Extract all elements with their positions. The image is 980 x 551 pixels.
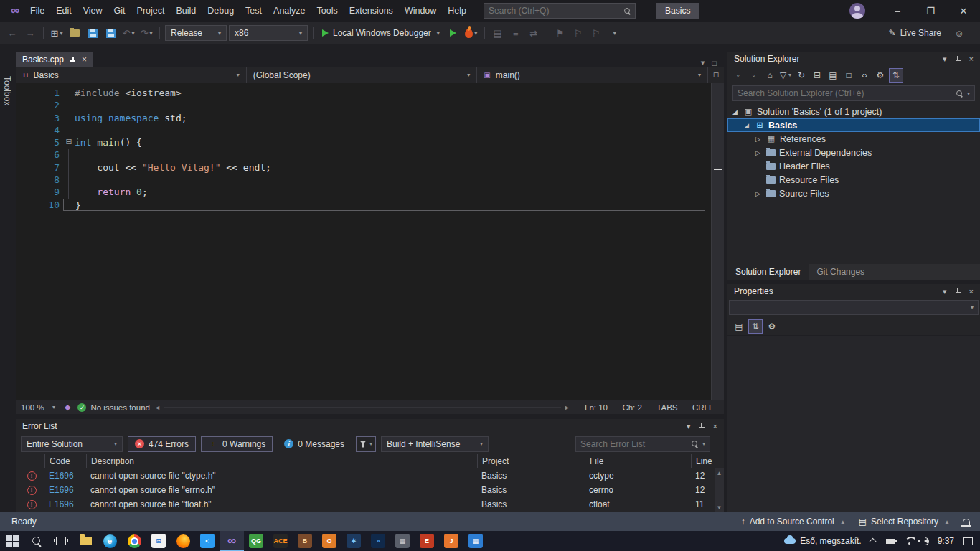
undo-button[interactable]: ↶▾ bbox=[121, 25, 136, 41]
app-ace-icon[interactable]: ACE bbox=[268, 531, 293, 551]
menu-help[interactable]: Help bbox=[442, 3, 472, 19]
project-column-header[interactable]: Project bbox=[477, 454, 585, 468]
active-files-dropdown-icon[interactable]: ▾ bbox=[701, 58, 705, 67]
clock[interactable]: 9:37 bbox=[938, 536, 954, 546]
bookmark-prev-icon[interactable]: ⚐ bbox=[570, 25, 586, 41]
search-input[interactable] bbox=[489, 6, 624, 16]
line-number[interactable]: 3 bbox=[16, 112, 63, 124]
expanded-arrow-icon[interactable]: ◢ bbox=[742, 122, 751, 129]
forward-icon[interactable]: ◦ bbox=[747, 68, 761, 83]
close-button[interactable]: ✕ bbox=[947, 0, 980, 22]
save-all-button[interactable] bbox=[103, 25, 118, 41]
app-qg-icon[interactable]: QG bbox=[244, 531, 268, 551]
menu-extensions[interactable]: Extensions bbox=[344, 3, 399, 19]
scroll-down-icon[interactable]: ▼ bbox=[717, 504, 722, 511]
editor-vertical-scrollbar[interactable] bbox=[711, 83, 724, 400]
menu-file[interactable]: File bbox=[24, 3, 50, 19]
app-e-icon[interactable]: E bbox=[415, 531, 439, 551]
line-number[interactable]: 10 bbox=[16, 199, 63, 211]
collapse-all-icon[interactable]: ⊟ bbox=[810, 68, 824, 83]
tree-item-basics[interactable]: ◢⊞Basics bbox=[727, 118, 980, 132]
wrench-icon[interactable]: ⚙ bbox=[873, 68, 887, 83]
store-icon[interactable]: ⊞ bbox=[146, 531, 171, 551]
code-line[interactable]: 5⊟int main() { bbox=[16, 136, 724, 149]
code-line[interactable]: 9 return 0; bbox=[16, 186, 724, 198]
collapsed-arrow-icon[interactable]: ▷ bbox=[753, 149, 763, 156]
step-icons[interactable]: ⇄ bbox=[526, 25, 542, 41]
redo-button[interactable]: ↷▾ bbox=[138, 25, 154, 41]
network-icon[interactable] bbox=[905, 537, 915, 545]
save-button[interactable] bbox=[85, 25, 100, 41]
tab-solution-explorer[interactable]: Solution Explorer bbox=[727, 264, 809, 280]
account-avatar[interactable] bbox=[849, 3, 865, 19]
menu-debug[interactable]: Debug bbox=[202, 3, 240, 19]
tree-item-resource-files[interactable]: Resource Files bbox=[727, 173, 980, 187]
app-brew-icon[interactable]: B bbox=[293, 531, 317, 551]
hot-reload-button[interactable]: ▾ bbox=[463, 25, 479, 41]
description-column-header[interactable]: Description bbox=[86, 454, 477, 468]
tree-item-header-files[interactable]: Header Files bbox=[727, 159, 980, 173]
menu-edit[interactable]: Edit bbox=[50, 3, 77, 19]
chrome-icon[interactable] bbox=[122, 531, 146, 551]
pin-icon[interactable] bbox=[699, 423, 705, 430]
file-column-header[interactable]: File bbox=[585, 454, 691, 468]
close-tab-icon[interactable]: × bbox=[82, 55, 87, 65]
notifications-bell-icon[interactable] bbox=[963, 519, 970, 525]
show-all-files-icon[interactable]: ⇅ bbox=[889, 68, 903, 83]
visual-studio-icon[interactable]: ∞ bbox=[220, 531, 244, 551]
error-row[interactable]: !E1696cannot open source file "errno.h"B… bbox=[19, 483, 724, 497]
hidden-icons-chevron[interactable] bbox=[869, 538, 877, 546]
zoom-dropdown[interactable]: 100 %▾ bbox=[16, 403, 60, 412]
solution-explorer-search[interactable]: ▾ bbox=[732, 85, 975, 101]
code-column-header[interactable]: Code bbox=[44, 454, 86, 468]
error-search-input[interactable] bbox=[580, 439, 689, 449]
errors-filter-button[interactable]: ✕ 474 Errors bbox=[128, 436, 196, 452]
pin-icon[interactable] bbox=[955, 56, 961, 62]
minimize-button[interactable]: – bbox=[881, 0, 914, 22]
toolbox-tab[interactable]: Toolbox bbox=[2, 76, 12, 105]
pin-icon[interactable] bbox=[955, 288, 961, 295]
breakpoints-icon[interactable]: ≡ bbox=[508, 25, 524, 41]
toolbar-overflow-button[interactable]: ▾ bbox=[606, 25, 622, 41]
bookmark-icon[interactable]: ⚑ bbox=[552, 25, 568, 41]
line-number[interactable]: 7 bbox=[16, 161, 63, 174]
code-line[interactable]: 7 cout << "Hello Vilag!" << endl; bbox=[16, 161, 724, 174]
close-panel-icon[interactable]: × bbox=[969, 287, 974, 296]
open-file-button[interactable] bbox=[67, 25, 83, 41]
menu-window[interactable]: Window bbox=[399, 3, 442, 19]
code-line[interactable]: 8 bbox=[16, 174, 724, 186]
window-position-icon[interactable]: ▾ bbox=[943, 55, 947, 64]
error-source-dropdown[interactable]: Build + IntelliSense▾ bbox=[381, 436, 489, 452]
home-icon[interactable]: ⌂ bbox=[763, 68, 777, 83]
error-row[interactable]: !E1696cannot open source file "ctype.h"B… bbox=[19, 468, 724, 483]
add-to-source-control-button[interactable]: ↑ Add to Source Control ▲ bbox=[741, 517, 846, 527]
app-o-icon[interactable]: O bbox=[317, 531, 341, 551]
navigate-forward-icon[interactable]: → bbox=[22, 25, 38, 41]
property-pages-icon[interactable]: ⚙ bbox=[765, 319, 779, 334]
window-position-icon[interactable]: ▾ bbox=[687, 422, 691, 431]
pin-icon[interactable] bbox=[70, 57, 76, 63]
line-number[interactable]: 2 bbox=[16, 99, 63, 111]
tree-item-references[interactable]: ▷▦References bbox=[727, 132, 980, 146]
window-split-icon[interactable]: □ bbox=[712, 59, 717, 67]
splitter[interactable] bbox=[16, 414, 724, 419]
line-number[interactable]: 8 bbox=[16, 174, 63, 186]
code-line[interactable]: 2 bbox=[16, 99, 724, 111]
menu-test[interactable]: Test bbox=[240, 3, 268, 19]
line-number[interactable]: 6 bbox=[16, 149, 63, 161]
close-panel-icon[interactable]: × bbox=[713, 422, 717, 430]
app-j-icon[interactable]: J bbox=[439, 531, 463, 551]
split-editor-icon[interactable]: ⊟ bbox=[708, 67, 724, 83]
messages-filter-button[interactable]: i 0 Messages bbox=[278, 436, 351, 452]
error-grid-header[interactable]: Code Description Project File Line bbox=[19, 454, 724, 468]
code-line[interactable]: 3using namespace std; bbox=[16, 112, 724, 124]
menu-build[interactable]: Build bbox=[170, 3, 202, 19]
error-row[interactable]: !E1696cannot open source file "float.h"B… bbox=[19, 497, 724, 512]
volume-icon[interactable] bbox=[924, 538, 928, 544]
error-list-scrollbar[interactable]: ▲ ▼ bbox=[715, 468, 724, 512]
document-tab[interactable]: Basics.cpp × bbox=[16, 52, 93, 67]
properties-object-dropdown[interactable]: ▾ bbox=[729, 300, 979, 315]
window-position-icon[interactable]: ▾ bbox=[943, 287, 947, 296]
severity-column-header[interactable] bbox=[19, 454, 44, 468]
view-code-icon[interactable]: ‹› bbox=[857, 68, 872, 83]
